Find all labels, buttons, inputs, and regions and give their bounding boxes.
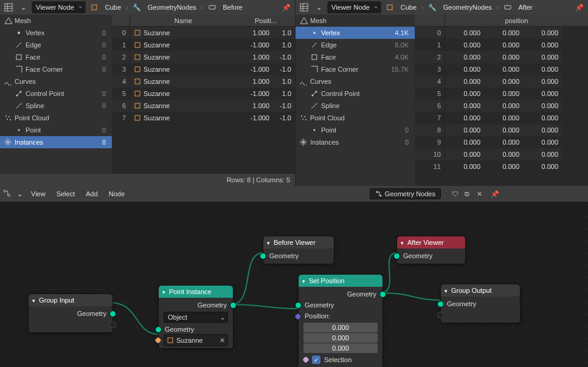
- table-row[interactable]: 90.0000.0000.000: [415, 136, 588, 148]
- selection-checkbox[interactable]: ✓: [312, 355, 320, 364]
- table-row[interactable]: 60.0000.0000.000: [415, 100, 588, 112]
- table-row[interactable]: 0Suzanne1.0001.0: [112, 27, 295, 39]
- table-row[interactable]: 50.0000.0000.000: [415, 87, 588, 100]
- tree-mesh[interactable]: Mesh: [0, 15, 112, 27]
- tree-instances[interactable]: Instances8: [0, 136, 112, 148]
- tree-curves[interactable]: Curves: [0, 75, 112, 87]
- domain-tree-left[interactable]: MeshVertex0Edge0Face0Face Corner0CurvesC…: [0, 15, 112, 174]
- instance-mode-select[interactable]: Object: [164, 312, 228, 323]
- node-title[interactable]: Before Viewer: [263, 236, 334, 249]
- node-title[interactable]: Group Output: [441, 284, 520, 297]
- socket-selection-in[interactable]: ✓ Selection: [303, 354, 378, 365]
- socket-geometry-in[interactable]: Geometry: [263, 250, 334, 261]
- tree-point-cloud[interactable]: Point Cloud: [296, 112, 415, 124]
- pin-icon[interactable]: 📌: [489, 188, 500, 199]
- position-z[interactable]: 0.000: [303, 343, 378, 353]
- tree-point[interactable]: Point0: [0, 124, 112, 136]
- breadcrumb-nodegroup[interactable]: GeometryNodes: [145, 1, 199, 13]
- socket-geometry-out[interactable]: Geometry: [299, 289, 382, 300]
- tree-control-point[interactable]: Control Point: [296, 87, 415, 100]
- copy-icon[interactable]: ⧉: [462, 188, 472, 199]
- socket-blank-out[interactable]: [29, 319, 112, 330]
- object-field[interactable]: Suzanne ✕: [164, 334, 228, 346]
- editor-type-icon[interactable]: [298, 1, 310, 13]
- chevron-down-icon[interactable]: ⌄: [313, 1, 325, 13]
- tree-instances[interactable]: Instances0: [296, 136, 415, 148]
- data-grid-right[interactable]: position00.0000.0000.00010.0000.0000.000…: [415, 15, 588, 186]
- chevron-down-icon[interactable]: ⌄: [17, 1, 29, 13]
- node-set-position[interactable]: Set Position Geometry Geometry Position:…: [299, 275, 382, 367]
- nodegroup-name-field[interactable]: Geometry Nodes: [370, 188, 441, 199]
- tree-edge[interactable]: Edge8.0K: [296, 39, 415, 51]
- pin-icon[interactable]: 📌: [280, 1, 292, 13]
- table-row[interactable]: 100.0000.0000.000: [415, 148, 588, 160]
- tree-control-point[interactable]: Control Point0: [0, 87, 112, 100]
- table-row[interactable]: 6Suzanne1.000-1.0: [112, 100, 295, 112]
- node-after-viewer[interactable]: After Viewer Geometry: [397, 236, 465, 264]
- breadcrumb-viewer[interactable]: Before: [221, 1, 245, 13]
- node-title[interactable]: After Viewer: [397, 236, 465, 249]
- node-point-instance[interactable]: Point Instance Geometry Object Geometry …: [159, 286, 233, 348]
- tree-curves[interactable]: Curves: [296, 75, 415, 87]
- table-row[interactable]: 70.0000.0000.000: [415, 112, 588, 124]
- table-row[interactable]: 10.0000.0000.000: [415, 39, 588, 51]
- table-row[interactable]: 00.0000.0000.000: [415, 27, 588, 39]
- chevron-down-icon[interactable]: ⌄: [17, 190, 22, 198]
- pin-icon[interactable]: 📌: [573, 1, 586, 13]
- socket-blank-in[interactable]: [441, 309, 520, 320]
- table-row[interactable]: 5Suzanne-1.0001.0: [112, 87, 295, 100]
- tree-face-corner[interactable]: Face Corner0: [0, 63, 112, 75]
- socket-object-in[interactable]: Suzanne ✕: [159, 335, 233, 346]
- editor-type-icon[interactable]: [2, 189, 11, 199]
- breadcrumb-nodegroup[interactable]: GeometryNodes: [441, 1, 494, 13]
- domain-tree-right[interactable]: MeshVertex4.1KEdge8.0KFace4.0KFace Corne…: [296, 15, 415, 186]
- tree-spline[interactable]: Spline0: [0, 100, 112, 112]
- table-row[interactable]: 2Suzanne1.000-1.0: [112, 51, 295, 63]
- menu-node[interactable]: Node: [106, 190, 127, 197]
- socket-geometry-in[interactable]: Geometry: [441, 298, 520, 309]
- node-before-viewer[interactable]: Before Viewer Geometry: [263, 236, 334, 264]
- tree-spline[interactable]: Spline: [296, 100, 415, 112]
- data-grid-left[interactable]: NamePositi...0Suzanne1.0001.01Suzanne-1.…: [112, 15, 295, 174]
- table-row[interactable]: 3Suzanne-1.000-1.0: [112, 63, 295, 75]
- socket-geometry-out[interactable]: Geometry: [159, 300, 233, 310]
- table-row[interactable]: 80.0000.0000.000: [415, 124, 588, 136]
- table-row[interactable]: 7Suzanne-1.000-1.0: [112, 112, 295, 124]
- node-group-output[interactable]: Group Output Geometry: [441, 284, 520, 323]
- position-x[interactable]: 0.000: [303, 323, 378, 332]
- table-row[interactable]: 20.0000.0000.000: [415, 51, 588, 63]
- breadcrumb-object[interactable]: Cube: [103, 1, 123, 13]
- socket-geometry-in[interactable]: Geometry: [159, 324, 233, 335]
- table-row[interactable]: 1Suzanne-1.0001.0: [112, 39, 295, 51]
- menu-add[interactable]: Add: [83, 190, 100, 197]
- close-icon[interactable]: ✕: [474, 188, 485, 199]
- tree-face[interactable]: Face0: [0, 51, 112, 63]
- tree-vertex[interactable]: Vertex4.1K: [296, 27, 415, 39]
- table-row[interactable]: 110.0000.0000.000: [415, 160, 588, 173]
- viewer-node-menu[interactable]: Viewer Node: [32, 1, 86, 13]
- position-vector-input[interactable]: 0.000 0.000 0.000: [303, 323, 378, 353]
- tree-point[interactable]: Point0: [296, 124, 415, 136]
- breadcrumb-object[interactable]: Cube: [398, 1, 419, 13]
- node-title[interactable]: Point Instance: [159, 286, 233, 298]
- shield-icon[interactable]: 🛡: [449, 188, 460, 199]
- tree-vertex[interactable]: Vertex0: [0, 27, 112, 39]
- tree-face[interactable]: Face4.0K: [296, 51, 415, 63]
- socket-geometry-in[interactable]: Geometry: [397, 250, 465, 261]
- position-y[interactable]: 0.000: [303, 333, 378, 343]
- viewer-node-menu[interactable]: Viewer Node: [327, 1, 381, 13]
- menu-select[interactable]: Select: [54, 190, 78, 197]
- node-title[interactable]: Set Position: [299, 275, 382, 287]
- table-row[interactable]: 40.0000.0000.000: [415, 75, 588, 87]
- node-group-input[interactable]: Group Input Geometry: [29, 294, 112, 332]
- tree-mesh[interactable]: Mesh: [296, 15, 415, 27]
- breadcrumb-viewer[interactable]: After: [516, 1, 535, 13]
- clear-object-icon[interactable]: ✕: [220, 337, 225, 345]
- table-row[interactable]: 30.0000.0000.000: [415, 63, 588, 75]
- socket-geometry-out[interactable]: Geometry: [29, 308, 112, 319]
- tree-face-corner[interactable]: Face Corner15.7K: [296, 63, 415, 75]
- socket-geometry-in[interactable]: Geometry: [299, 300, 382, 310]
- tree-point-cloud[interactable]: Point Cloud: [0, 112, 112, 124]
- node-title[interactable]: Group Input: [29, 294, 112, 306]
- node-canvas[interactable]: Group Input Geometry Point Instance Geom…: [0, 202, 588, 367]
